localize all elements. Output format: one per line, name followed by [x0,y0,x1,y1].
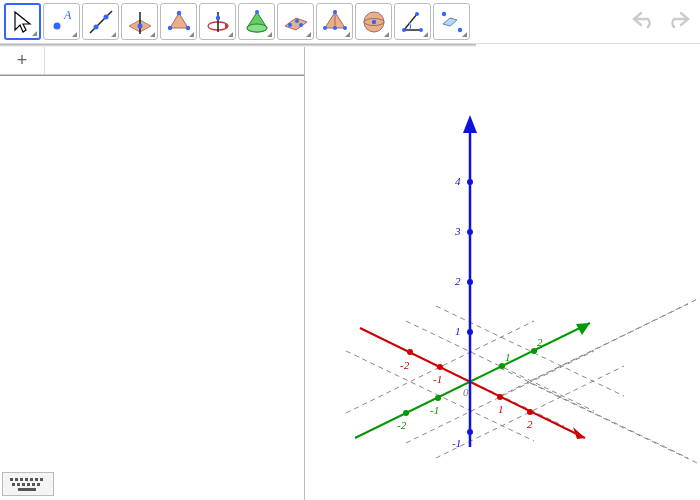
angle-tool[interactable] [394,3,431,40]
svg-point-33 [415,12,419,16]
algebra-panel: + [0,47,305,500]
svg-point-17 [255,10,259,14]
svg-point-31 [402,28,406,32]
rotation-tool[interactable] [199,3,236,40]
sphere-tool[interactable] [355,3,392,40]
svg-rect-74 [40,478,43,481]
svg-point-0 [53,22,60,29]
svg-point-57 [403,410,409,416]
z-tick-4: 4 [455,175,461,187]
svg-point-7 [137,23,142,28]
axes-3d: -2 -1 1 2 -2 -1 1 2 [305,47,700,500]
svg-point-58 [435,395,441,401]
svg-point-35 [441,11,445,15]
svg-point-54 [527,409,533,415]
svg-point-26 [343,26,347,30]
x-tick-2: 2 [527,418,533,430]
y-axis: -2 -1 1 2 [355,323,590,438]
svg-rect-75 [12,483,15,486]
svg-point-65 [467,229,473,235]
svg-rect-69 [15,478,18,481]
svg-line-55 [355,323,590,438]
z-tick-2: 2 [455,275,461,287]
svg-marker-34 [443,18,457,26]
svg-point-59 [499,363,505,369]
z-tick-3: 3 [454,225,461,237]
svg-marker-8 [170,13,188,28]
reflect-tool[interactable] [433,3,470,40]
svg-point-25 [323,26,327,30]
polygon-tool[interactable] [160,3,197,40]
svg-point-53 [497,394,503,400]
main-toolbar: A [0,0,700,44]
x-tick-1: 1 [498,403,504,415]
svg-point-10 [185,25,189,29]
z-axis: 4 3 2 1 -1 [452,115,477,449]
move-tool[interactable] [4,3,41,40]
cone-tool[interactable] [238,3,275,40]
y-tick-1: 1 [505,351,511,363]
origin-label: 0 [463,386,469,398]
svg-point-30 [371,19,375,23]
y-tick-2: 2 [537,336,543,348]
panel-divider [0,75,304,76]
svg-point-19 [288,23,292,27]
svg-line-2 [90,11,112,33]
svg-point-15 [215,15,219,19]
svg-rect-77 [22,483,25,486]
z-tick-neg1: -1 [452,437,461,449]
y-tick-neg1: -1 [430,404,439,416]
svg-point-66 [467,179,473,185]
grid-3d [346,289,700,473]
svg-point-51 [407,349,413,355]
svg-rect-72 [30,478,33,481]
svg-rect-68 [10,478,13,481]
add-tab-button[interactable]: + [0,47,45,74]
graphics-3d-view[interactable]: -2 -1 1 2 -2 -1 1 2 [305,47,700,500]
svg-point-64 [467,279,473,285]
svg-point-21 [299,23,303,27]
pyramid-tool[interactable] [316,3,353,40]
svg-point-52 [437,364,443,370]
svg-point-3 [93,24,98,29]
svg-point-4 [103,14,108,19]
svg-point-27 [333,26,337,30]
svg-point-32 [419,28,423,32]
svg-rect-81 [18,488,36,491]
x-tick-neg2: -2 [400,359,410,371]
svg-point-24 [333,10,337,14]
main-area: + [0,47,700,500]
z-tick-1: 1 [455,325,461,337]
svg-point-16 [247,24,267,32]
svg-point-60 [531,348,537,354]
keyboard-icon [8,476,48,492]
perpendicular-tool[interactable] [121,3,158,40]
redo-button[interactable] [664,6,694,32]
x-axis: -2 -1 1 2 [360,328,585,439]
point-tool[interactable]: A [43,3,80,40]
svg-rect-78 [27,483,30,486]
svg-rect-71 [25,478,28,481]
svg-marker-62 [463,115,477,133]
svg-rect-70 [20,478,23,481]
svg-line-42 [530,383,700,473]
x-tick-neg1: -1 [433,373,442,385]
svg-rect-73 [35,478,38,481]
svg-text:A: A [63,8,72,22]
virtual-keyboard-button[interactable] [2,472,54,496]
svg-point-67 [467,429,473,435]
undo-button[interactable] [628,6,658,32]
svg-rect-76 [17,483,20,486]
svg-point-63 [467,329,473,335]
svg-line-47 [530,289,700,381]
tab-bar: + [0,47,304,75]
svg-rect-80 [37,483,40,486]
line-tool[interactable] [82,3,119,40]
y-tick-neg2: -2 [397,419,407,431]
plane-points-tool[interactable] [277,3,314,40]
svg-point-20 [295,19,299,23]
svg-rect-79 [32,483,35,486]
svg-point-11 [167,25,171,29]
svg-point-9 [176,10,180,14]
svg-line-49 [360,328,585,438]
